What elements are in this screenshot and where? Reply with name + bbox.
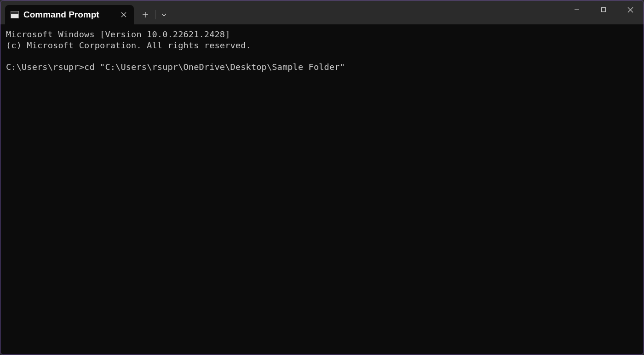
title-bar: Command Prompt [0,0,644,24]
close-icon [121,12,126,17]
version-line: Microsoft Windows [Version 10.0.22621.24… [6,29,230,39]
close-window-button[interactable] [617,0,644,19]
terminal-output[interactable]: Microsoft Windows [Version 10.0.22621.24… [0,24,644,355]
maximize-button[interactable] [590,0,617,19]
svg-rect-5 [602,8,606,12]
tab-command-prompt[interactable]: Command Prompt [5,5,134,24]
tab-title: Command Prompt [23,10,114,20]
terminal-icon [11,11,19,18]
blank-line [6,51,638,62]
chevron-down-icon [161,13,167,17]
close-icon [627,7,633,13]
maximize-icon [601,7,606,12]
minimize-icon [574,7,580,12]
minimize-button[interactable] [564,0,590,19]
command-text: cd "C:\Users\rsupr\OneDrive\Desktop\Samp… [84,62,345,72]
divider [155,10,155,19]
window-controls [564,0,644,19]
new-tab-button[interactable] [138,7,153,22]
tab-dropdown-button[interactable] [157,7,170,22]
plus-icon [142,11,149,18]
prompt: C:\Users\rsupr> [6,62,84,72]
tab-actions [134,5,170,24]
close-tab-button[interactable] [118,9,129,20]
copyright-line: (c) Microsoft Corporation. All rights re… [6,40,251,50]
